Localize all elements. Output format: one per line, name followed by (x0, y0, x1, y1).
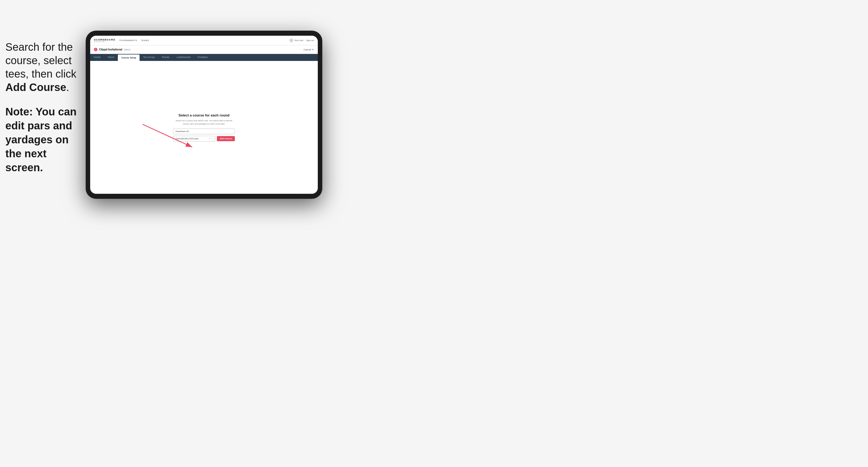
annotation-text: Search for the course, select tees, then… (5, 40, 82, 94)
avatar: T (289, 38, 293, 42)
tee-dropdown-value: Gold (M) (M) (7010 yds) (176, 137, 198, 140)
tee-selection-row: Gold (M) (M) (7010 yds) ✕ ⌄ Add Course (173, 136, 235, 142)
tab-course-setup[interactable]: Course Setup (118, 55, 140, 61)
nav-teams[interactable]: TEAMS (141, 39, 149, 41)
main-content: Select a course for each round Search fo… (90, 61, 318, 194)
tournament-gender: (Men) (124, 48, 130, 51)
nav-links: TOURNAMENTS TEAMS (119, 39, 289, 41)
add-course-button[interactable]: Add Course (217, 136, 235, 141)
tournament-name: Clippd Invitational (99, 48, 122, 51)
tab-results[interactable]: Results (158, 54, 173, 61)
tab-navigation: Details Teams Course Setup Tee Groups Re… (90, 54, 318, 61)
cancel-button[interactable]: Cancel✕ (303, 48, 314, 51)
tee-dropdown-controls: ✕ ⌄ (209, 137, 213, 139)
annotation-bold: Add Course (5, 81, 66, 93)
chevron-down-icon[interactable]: ⌄ (211, 137, 213, 139)
annotation-area: Search for the course, select tees, then… (5, 40, 82, 175)
tab-leaderboards[interactable]: Leaderboards (173, 54, 194, 61)
tournament-title-area: C Clippd Invitational (Men) (94, 48, 130, 51)
tab-tee-groups[interactable]: Tee Groups (140, 54, 158, 61)
tournament-header: C Clippd Invitational (Men) Cancel✕ (90, 45, 318, 54)
user-name: Test User (294, 39, 304, 41)
annotation-note: Note: You can edit pars and yardages on … (5, 105, 82, 175)
top-navigation: SCOREBOARD Powered by clippd TOURNAMENTS… (90, 36, 318, 45)
tablet-screen: SCOREBOARD Powered by clippd TOURNAMENTS… (90, 36, 318, 194)
tab-details[interactable]: Details (90, 54, 104, 61)
page: Search for the course, select tees, then… (0, 0, 868, 467)
tablet-shell: SCOREBOARD Powered by clippd TOURNAMENTS… (86, 31, 322, 198)
user-area: T Test User | Sign out (289, 38, 314, 42)
pipe-separator: | (305, 39, 305, 41)
sign-out-link[interactable]: Sign out (306, 39, 314, 41)
logo: SCOREBOARD Powered by clippd (94, 38, 116, 42)
clear-icon[interactable]: ✕ (209, 137, 210, 139)
course-setup-card: Select a course for each round Search fo… (173, 113, 235, 142)
setup-title: Select a course for each round (173, 113, 235, 117)
nav-tournaments[interactable]: TOURNAMENTS (119, 39, 137, 41)
tournament-icon: C (94, 48, 97, 51)
tee-dropdown[interactable]: Gold (M) (M) (7010 yds) ✕ ⌄ (173, 136, 215, 142)
tab-printables[interactable]: Printables (194, 54, 211, 61)
tab-teams[interactable]: Teams (104, 54, 118, 61)
setup-description: Search for a course and select a tee. Yo… (173, 119, 235, 125)
course-search-input[interactable] (173, 129, 235, 134)
